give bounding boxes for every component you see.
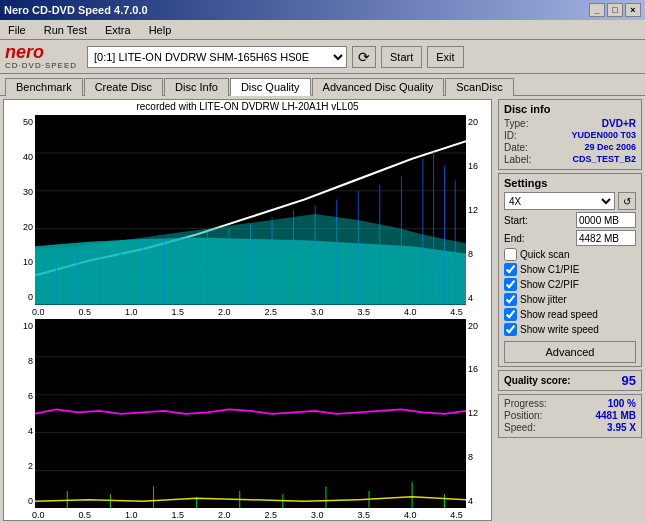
- progress-label: Progress:: [504, 398, 547, 409]
- speed-value: 3.95 X: [607, 422, 636, 433]
- quality-score-value: 95: [622, 373, 636, 388]
- chart-area: recorded with LITE-ON DVDRW LH-20A1H vLL…: [3, 99, 492, 521]
- minimize-button[interactable]: _: [589, 3, 605, 17]
- show-c2-pif-row: Show C2/PIF: [504, 278, 636, 291]
- start-button[interactable]: Start: [381, 46, 422, 68]
- speed-row: 4X ↺: [504, 192, 636, 210]
- show-jitter-label: Show jitter: [520, 294, 567, 305]
- menu-bar: File Run Test Extra Help: [0, 20, 645, 40]
- show-read-speed-label: Show read speed: [520, 309, 598, 320]
- show-c1-pie-checkbox[interactable]: [504, 263, 517, 276]
- show-read-speed-checkbox[interactable]: [504, 308, 517, 321]
- toolbar: nero CD·DVD·SPEED [0:1] LITE-ON DVDRW SH…: [0, 40, 645, 74]
- title-bar: Nero CD-DVD Speed 4.7.0.0 _ □ ×: [0, 0, 645, 20]
- tab-disc-quality[interactable]: Disc Quality: [230, 78, 311, 96]
- nero-logo-text: nero: [5, 43, 77, 61]
- exit-button[interactable]: Exit: [427, 46, 463, 68]
- show-c1-pie-label: Show C1/PIE: [520, 264, 579, 275]
- quality-score-section: Quality score: 95: [498, 370, 642, 391]
- quality-score-label: Quality score:: [504, 375, 571, 386]
- disc-label-row: Label: CDS_TEST_B2: [504, 154, 636, 165]
- show-write-speed-checkbox[interactable]: [504, 323, 517, 336]
- speed-refresh-icon[interactable]: ↺: [618, 192, 636, 210]
- show-c2-pif-label: Show C2/PIF: [520, 279, 579, 290]
- disc-type-row: Type: DVD+R: [504, 118, 636, 129]
- disc-label-value: CDS_TEST_B2: [572, 154, 636, 165]
- disc-type-label: Type:: [504, 118, 528, 129]
- progress-value: 100 %: [608, 398, 636, 409]
- svg-rect-28: [35, 319, 466, 509]
- menu-file[interactable]: File: [4, 23, 30, 37]
- tab-advanced-disc-quality[interactable]: Advanced Disc Quality: [312, 78, 445, 96]
- settings-section: Settings 4X ↺ Start: End: Quick scan: [498, 173, 642, 367]
- chart-title: recorded with LITE-ON DVDRW LH-20A1H vLL…: [4, 100, 491, 113]
- disc-id-row: ID: YUDEN000 T03: [504, 130, 636, 141]
- nero-sub-text: CD·DVD·SPEED: [5, 61, 77, 70]
- app-title: Nero CD-DVD Speed 4.7.0.0: [4, 4, 148, 16]
- nero-logo: nero CD·DVD·SPEED: [5, 43, 77, 70]
- upper-chart-svg: [35, 115, 466, 305]
- drive-select[interactable]: [0:1] LITE-ON DVDRW SHM-165H6S HS0E: [87, 46, 347, 68]
- right-panel: Disc info Type: DVD+R ID: YUDEN000 T03 D…: [495, 96, 645, 523]
- show-read-speed-row: Show read speed: [504, 308, 636, 321]
- disc-type-value: DVD+R: [602, 118, 636, 129]
- disc-date-row: Date: 29 Dec 2006: [504, 142, 636, 153]
- lower-chart: 10 8 6 4 2 0 20 16 12 8 4: [7, 319, 488, 509]
- progress-section: Progress: 100 % Position: 4481 MB Speed:…: [498, 394, 642, 438]
- end-row: End:: [504, 230, 636, 246]
- disc-label-label: Label:: [504, 154, 531, 165]
- position-label: Position:: [504, 410, 542, 421]
- refresh-icon[interactable]: ⟳: [352, 46, 376, 68]
- tab-disc-info[interactable]: Disc Info: [164, 78, 229, 96]
- tab-create-disc[interactable]: Create Disc: [84, 78, 163, 96]
- start-input[interactable]: [576, 212, 636, 228]
- disc-date-value: 29 Dec 2006: [584, 142, 636, 153]
- tab-scan-disc[interactable]: ScanDisc: [445, 78, 513, 96]
- advanced-button[interactable]: Advanced: [504, 341, 636, 363]
- main-content: recorded with LITE-ON DVDRW LH-20A1H vLL…: [0, 95, 645, 523]
- speed-label: Speed:: [504, 422, 536, 433]
- disc-date-label: Date:: [504, 142, 528, 153]
- show-write-speed-row: Show write speed: [504, 323, 636, 336]
- end-label: End:: [504, 233, 525, 244]
- upper-y-axis-left: 50 40 30 20 10 0: [7, 115, 35, 305]
- speed-select[interactable]: 4X: [504, 192, 615, 210]
- progress-row: Progress: 100 %: [504, 398, 636, 409]
- disc-id-label: ID:: [504, 130, 517, 141]
- upper-chart: 50 40 30 20 10 0 20 16 12 8 4: [7, 115, 488, 305]
- show-c2-pif-checkbox[interactable]: [504, 278, 517, 291]
- show-jitter-row: Show jitter: [504, 293, 636, 306]
- disc-info-section: Disc info Type: DVD+R ID: YUDEN000 T03 D…: [498, 99, 642, 170]
- lower-y-axis-right: 20 16 12 8 4: [466, 319, 488, 509]
- position-row: Position: 4481 MB: [504, 410, 636, 421]
- quick-scan-label: Quick scan: [520, 249, 569, 260]
- quick-scan-checkbox[interactable]: [504, 248, 517, 261]
- title-bar-buttons: _ □ ×: [589, 3, 641, 17]
- upper-y-axis-right: 20 16 12 8 4: [466, 115, 488, 305]
- quick-scan-row: Quick scan: [504, 248, 636, 261]
- close-button[interactable]: ×: [625, 3, 641, 17]
- settings-title: Settings: [504, 177, 636, 189]
- disc-info-title: Disc info: [504, 103, 636, 115]
- show-jitter-checkbox[interactable]: [504, 293, 517, 306]
- show-write-speed-label: Show write speed: [520, 324, 599, 335]
- lower-chart-svg: [35, 319, 466, 509]
- upper-x-axis: 0.0 0.5 1.0 1.5 2.0 2.5 3.0 3.5 4.0 4.5: [4, 307, 491, 317]
- disc-id-value: YUDEN000 T03: [571, 130, 636, 141]
- menu-run-test[interactable]: Run Test: [40, 23, 91, 37]
- show-c1-pie-row: Show C1/PIE: [504, 263, 636, 276]
- tab-bar: Benchmark Create Disc Disc Info Disc Qua…: [0, 74, 645, 95]
- start-label: Start:: [504, 215, 528, 226]
- position-value: 4481 MB: [595, 410, 636, 421]
- maximize-button[interactable]: □: [607, 3, 623, 17]
- tab-benchmark[interactable]: Benchmark: [5, 78, 83, 96]
- start-row: Start:: [504, 212, 636, 228]
- menu-extra[interactable]: Extra: [101, 23, 135, 37]
- lower-y-axis-left: 10 8 6 4 2 0: [7, 319, 35, 509]
- menu-help[interactable]: Help: [145, 23, 176, 37]
- speed-row: Speed: 3.95 X: [504, 422, 636, 433]
- lower-x-axis: 0.0 0.5 1.0 1.5 2.0 2.5 3.0 3.5 4.0 4.5: [4, 510, 491, 520]
- end-input[interactable]: [576, 230, 636, 246]
